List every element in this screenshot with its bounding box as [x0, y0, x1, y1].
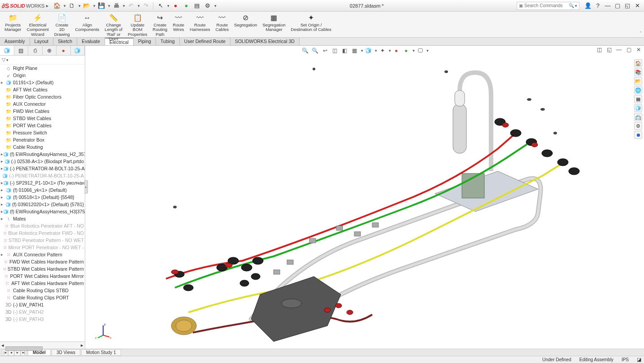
settings-gear-icon[interactable]: ⚙ — [203, 1, 213, 10]
redo-icon[interactable]: ↷ — [141, 1, 151, 10]
app-menu-caret-icon[interactable]: ▸ — [46, 4, 48, 8]
tree-horizontal-scrollbar[interactable]: ◂ ▸ — [0, 341, 85, 349]
custom-props-icon[interactable]: 🧊 — [634, 104, 642, 112]
tree-item[interactable]: 🧊(-) PENETRATOR-M-BOLT-10-25-A — [0, 172, 85, 179]
status-expand-icon[interactable]: ◪ — [637, 357, 641, 363]
home-icon[interactable]: 🏠 — [52, 1, 62, 10]
ribbon-collapse-icon[interactable]: ˆ — [640, 31, 641, 36]
tree-item[interactable]: ⁙FWD Wet Cables Hardware Pattern — [0, 258, 85, 265]
search-input[interactable] — [524, 3, 569, 8]
tree-tab-other[interactable]: 🧊 — [71, 46, 85, 55]
tree-tab-display[interactable]: ● — [57, 46, 71, 55]
tree-item[interactable]: ⁙Mirror PORT Penetrator - NO WET - — [0, 244, 85, 251]
status-units[interactable]: IPS — [622, 357, 629, 362]
expand-icon[interactable]: ▸ — [1, 80, 5, 85]
tree-item[interactable]: ⁙STBD Wet Cables Hardware Pattern — [0, 265, 85, 272]
panel-splitter-handle[interactable]: ▸ — [84, 180, 88, 194]
vp-expand-icon[interactable]: ◱ — [605, 46, 614, 54]
search-commands-box[interactable]: ▣ 🔍▾ — [517, 2, 579, 10]
tree-item[interactable]: ▸⁙AUX Connector Pattern — [0, 251, 85, 258]
hide-show-icon[interactable]: ✦ — [378, 47, 387, 55]
tree-item[interactable]: 📁STBD Wet Cables — [0, 115, 85, 122]
tree-item[interactable]: 📁Pressure Switch — [0, 129, 85, 136]
tree-item[interactable]: ▸🧊(f) 00518<1> (Default) {5548} — [0, 194, 85, 201]
view-orient-icon[interactable]: ▦ — [350, 47, 359, 55]
ribbon-segregation-button[interactable]: ▦SegregationManager — [260, 13, 288, 33]
doc-tab-user-defined-route[interactable]: User Defined Route — [180, 38, 231, 45]
view-settings-icon[interactable]: 🖵 — [416, 47, 425, 55]
appearance-icon[interactable]: ● — [392, 47, 401, 55]
ribbon-electrical-button[interactable]: ⚡ElectricalComponentWizard — [24, 13, 52, 38]
tree-item[interactable]: ▸🧊(-) PENETRATOR-M-BOLT-10-25-A — [0, 165, 85, 172]
expand-icon[interactable]: ▸ — [1, 252, 5, 257]
open-icon[interactable]: 📂 — [82, 1, 91, 10]
tree-item[interactable]: ▸🧊(-) SP2912_P1-10<1> (По умолчан — [0, 179, 85, 186]
tree-item[interactable]: 3D(-) EW_PATH1 — [0, 301, 85, 308]
ribbon-align-button[interactable]: ↔AlignComponents — [72, 13, 102, 33]
doc-tab-layout[interactable]: Layout — [30, 38, 54, 45]
tree-item[interactable]: 📁Fiber Optic Connectors — [0, 93, 85, 100]
restore-icon[interactable]: ▢ — [613, 1, 622, 10]
bottom-tab-motion-study-1[interactable]: Motion Study 1 — [81, 349, 121, 356]
tree-filter-row[interactable]: ▽ ▾ — [0, 56, 85, 65]
zoom-area-icon[interactable]: 🔍 — [311, 47, 320, 55]
expand-icon[interactable]: ▸ — [1, 202, 5, 207]
design-library-icon[interactable]: 📚 — [634, 68, 642, 76]
expand-icon[interactable]: ▸ — [1, 195, 5, 199]
vp-maximize-icon[interactable]: ▢ — [624, 46, 633, 54]
forum-icon[interactable]: 📇 — [634, 113, 642, 121]
vp-link-icon[interactable]: ◫ — [595, 46, 604, 54]
minimize-icon[interactable]: — — [603, 1, 613, 10]
feature-tree-body[interactable]: ◇Right Plane↙Origin▸🧊01191<1> (Default)📁… — [0, 65, 85, 341]
doc-tab-evaluate[interactable]: Evaluate — [77, 38, 105, 45]
viewport[interactable]: 🔍 🔍 ↩ ◫ ◧ ▦▾ 🧊▾ ✦▾ ● ●▾ 🖵▾ ◫ ◱ — ▢ ✕ 🏠 📚… — [85, 46, 644, 349]
ribbon-route-button[interactable]: 〰RouteCables — [213, 13, 231, 33]
ribbon-route-button[interactable]: 〰RouteHarnesses — [187, 13, 213, 33]
tree-item[interactable]: 📁AFT Wet Cables — [0, 86, 85, 93]
vp-minimize-icon[interactable]: — — [614, 46, 623, 54]
tree-item[interactable]: ⁙PORT Wet Cables Hardware Mirror — [0, 272, 85, 280]
expand-icon[interactable]: ▸ — [1, 216, 5, 221]
ribbon-update-button[interactable]: 📋UpdateBOMProperties — [125, 13, 150, 38]
tree-tab-config[interactable]: ⎙ — [28, 46, 43, 55]
tree-item[interactable]: 📁AUX Connector — [0, 100, 85, 108]
tree-item[interactable]: ↙Origin — [0, 72, 85, 79]
tree-item[interactable]: ◇Right Plane — [0, 65, 85, 72]
previous-view-icon[interactable]: ↩ — [321, 47, 330, 55]
appearances-icon[interactable]: ▦ — [634, 95, 642, 103]
options-list-icon[interactable]: ▤ — [192, 1, 202, 10]
save-icon[interactable]: 💾 — [96, 1, 106, 10]
section-view-icon[interactable]: ◫ — [331, 47, 339, 55]
tree-tab-feature[interactable]: 🧊 — [0, 46, 14, 55]
tree-item[interactable]: ⁙Blue Robotics Penetrator FWD - NO — [0, 229, 85, 237]
tree-item[interactable]: 📁Penetrator Box — [0, 136, 85, 143]
tree-item[interactable]: 📁PORT Wet Cables — [0, 122, 85, 129]
tree-tab-dimxpert[interactable]: ⊕ — [43, 46, 57, 55]
tree-item[interactable]: ⁙AFT Wet Cables Hardware Pattern — [0, 280, 85, 287]
scene-icon[interactable]: ● — [402, 47, 411, 55]
dyn-annot-icon[interactable]: ◧ — [340, 47, 349, 55]
tree-tab-property[interactable]: ▤ — [14, 46, 29, 55]
tree-item[interactable]: ▸🧊(f) 01066_yk<1> (Default) — [0, 186, 85, 194]
expand-icon[interactable]: ▸ — [1, 159, 4, 164]
ribbon-segregation-button[interactable]: ⊘Segregation — [231, 13, 260, 28]
doc-tab-assembly[interactable]: Assembly — [0, 38, 30, 45]
electrical-side-icon[interactable]: ⏺ — [634, 131, 642, 139]
doc-tab-sketch[interactable]: Sketch — [53, 38, 77, 45]
doc-tab-solidworks-electrical-3d[interactable]: SOLIDWORKS Electrical 3D — [231, 38, 300, 45]
tree-item[interactable]: 📁Cable Routing — [0, 143, 85, 151]
ribbon-create-button[interactable]: ↪CreateRoutingPath — [150, 13, 170, 38]
tree-item[interactable]: ▸🧊(f) 039012020<1> (Default) {5781} — [0, 201, 85, 208]
tree-item[interactable]: ⁙Blue Robotics Penetrator AFT - NO — [0, 222, 85, 229]
close-icon[interactable]: ✕ — [632, 1, 642, 10]
select-icon[interactable]: ↖ — [156, 1, 165, 10]
cam-icon[interactable]: ⚙ — [634, 122, 642, 130]
tree-item[interactable]: ⁙Cable Routing Clips PORT — [0, 294, 85, 301]
bottom-tab-3d-views[interactable]: 3D Views — [52, 349, 80, 356]
ribbon-route-button[interactable]: 〰RouteWires — [170, 13, 187, 33]
tree-item[interactable]: 3D(-) EW_PATH3 — [0, 315, 85, 323]
user-account-icon[interactable]: 👤 — [583, 1, 593, 10]
maximize-icon[interactable]: ◱ — [622, 1, 632, 10]
tree-item[interactable]: 📁FWD Wet Cables — [0, 108, 85, 115]
undo-icon[interactable]: ↶ — [126, 1, 136, 10]
